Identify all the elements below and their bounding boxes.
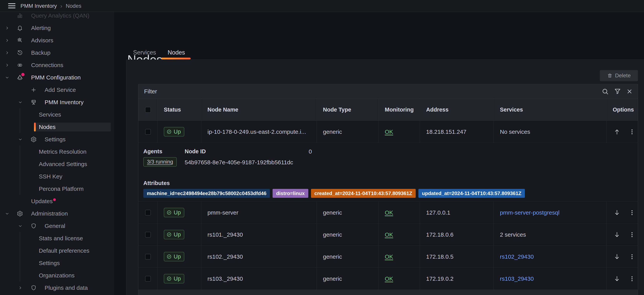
check-circle-icon	[166, 232, 172, 237]
chevron-down-icon[interactable]	[18, 137, 23, 142]
chevron-down-icon[interactable]	[18, 100, 23, 105]
kebab-menu-icon[interactable]	[628, 275, 636, 282]
attribute-badge: machine_id=ec2498494ee28b79c58002c0453df…	[143, 189, 270, 198]
services-text: No services	[500, 129, 530, 135]
chevron-right-icon[interactable]	[5, 50, 10, 55]
sidebar-item-label: Default preferences	[39, 244, 90, 257]
service-link[interactable]: pmm-server-postgresql	[500, 209, 560, 216]
tab-nodes[interactable]: Nodes	[168, 49, 185, 57]
delete-button[interactable]: Delete	[600, 70, 638, 81]
sidebar-item-label: Services	[39, 108, 61, 121]
sidebar-item-backup[interactable]: Backup	[0, 47, 114, 59]
menu-toggle-icon[interactable]	[8, 3, 16, 9]
collapse-row-icon[interactable]	[614, 128, 620, 135]
services-cell: rs103_29430	[494, 268, 606, 289]
sidebar-item-default-preferences[interactable]: Default preferences	[0, 244, 114, 257]
expand-row-icon[interactable]	[614, 231, 620, 238]
expanded-row-details: Agents 3/3 running Node ID 54b97658-8e7e…	[138, 143, 638, 201]
sidebar-item-pmm-configuration[interactable]: PMM Configuration	[0, 71, 114, 84]
address-cell: 172.18.0.6	[420, 224, 494, 245]
nodes-table: Filter StatusNode NameNode TypeMonitorin…	[138, 84, 638, 295]
sidebar-item-label: Advisors	[31, 34, 53, 47]
sidebar-item-plugins-and-data[interactable]: Plugins and data	[0, 282, 114, 294]
sidebar-item-connections[interactable]: Connections	[0, 59, 114, 71]
top-bar: PMM Inventory › Nodes	[0, 0, 644, 12]
agents-status-badge[interactable]: 3/3 running	[143, 157, 177, 167]
node-name-cell: ip-10-178-0-249.us-east-2.compute.i...	[201, 121, 317, 143]
address: 172.19.0.2	[426, 275, 454, 282]
monitoring-link[interactable]: OK	[385, 129, 393, 135]
shield-icon	[30, 285, 37, 291]
expand-row-icon[interactable]	[614, 253, 620, 260]
row-checkbox[interactable]	[145, 210, 151, 215]
sidebar-item-alerting[interactable]: Alerting	[0, 22, 114, 34]
sidebar-item-settings[interactable]: Settings	[0, 133, 114, 146]
table-header-row: StatusNode NameNode TypeMonitoringAddres…	[138, 99, 638, 121]
chevron-right-icon[interactable]	[18, 285, 23, 290]
check-circle-icon	[166, 254, 172, 259]
expand-row-icon[interactable]	[614, 209, 620, 216]
sidebar-item-advisors[interactable]: Advisors	[0, 34, 114, 47]
sidebar-item-pmm-inventory[interactable]: PMM Inventory	[0, 96, 114, 108]
chevron-right-icon[interactable]	[5, 26, 10, 31]
breadcrumb-nodes[interactable]: Nodes	[66, 3, 81, 9]
gear-icon	[17, 210, 23, 217]
select-all-checkbox[interactable]	[145, 107, 151, 113]
sidebar-item-ssh-key[interactable]: SSH Key	[0, 170, 114, 183]
address: 172.18.0.5	[426, 253, 454, 260]
sidebar-item-query-analytics-qan[interactable]: Query Analytics (QAN)	[0, 12, 114, 22]
address: 18.218.151.247	[426, 129, 466, 135]
tree-indent-guide	[20, 108, 20, 133]
close-icon[interactable]	[626, 88, 633, 95]
kebab-menu-icon[interactable]	[628, 231, 636, 238]
kebab-menu-icon[interactable]	[628, 128, 636, 135]
sidebar-item-services[interactable]: Services	[0, 108, 114, 121]
table-row: Up rs102._29430 generic OK 172.18.0.5 rs…	[138, 245, 638, 267]
status-badge: Up	[164, 274, 184, 283]
expand-row-icon[interactable]	[614, 275, 620, 282]
chevron-right-icon[interactable]	[5, 63, 10, 68]
monitoring-link[interactable]: OK	[385, 209, 393, 216]
sidebar-item-label: Nodes	[39, 121, 56, 133]
plus-icon	[30, 87, 37, 93]
sidebar-item-stats-and-license[interactable]: Stats and license	[0, 232, 114, 244]
options-cell	[606, 246, 638, 267]
sidebar-item-metrics-resolution[interactable]: Metrics Resolution	[0, 146, 114, 158]
monitoring-link[interactable]: OK	[385, 253, 393, 260]
breadcrumb-pmm-inventory[interactable]: PMM Inventory	[20, 3, 57, 9]
kebab-menu-icon[interactable]	[628, 209, 636, 216]
search-icon[interactable]	[602, 88, 609, 95]
row-checkbox[interactable]	[145, 129, 151, 135]
sidebar-item-label: PMM Inventory	[44, 96, 84, 108]
sidebar-item-label: SSH Key	[39, 170, 62, 183]
monitoring-link[interactable]: OK	[385, 275, 393, 282]
chevron-down-icon[interactable]	[5, 211, 10, 216]
node-name: ip-10-178-0-249.us-east-2.compute.i...	[208, 129, 306, 135]
node-name: rs103._29430	[208, 275, 243, 282]
row-checkbox[interactable]	[145, 276, 151, 282]
column-header-options: Options	[606, 99, 638, 121]
chevron-down-icon[interactable]	[5, 75, 10, 80]
filter-funnel-icon[interactable]	[614, 88, 621, 95]
chevron-down-icon[interactable]	[18, 223, 23, 228]
sidebar-item-settings[interactable]: Settings	[0, 257, 114, 269]
sidebar-item-organizations[interactable]: Organizations	[0, 269, 114, 282]
tab-services[interactable]: Services	[133, 49, 156, 57]
monitoring-link[interactable]: OK	[385, 231, 393, 238]
service-link[interactable]: rs102_29430	[500, 253, 534, 260]
services-cell: rs102_29430	[494, 246, 606, 267]
sidebar-item-updates[interactable]: Updates	[0, 195, 114, 207]
node-type-cell: generic	[317, 202, 378, 223]
service-link[interactable]: rs103_29430	[500, 275, 534, 282]
row-select-cell	[138, 224, 158, 245]
kebab-menu-icon[interactable]	[628, 253, 636, 260]
sidebar-item-advanced-settings[interactable]: Advanced Settings	[0, 158, 114, 170]
chevron-right-icon[interactable]	[5, 38, 10, 43]
row-checkbox[interactable]	[145, 232, 151, 238]
row-checkbox[interactable]	[145, 254, 151, 260]
sidebar-item-percona-platform[interactable]: Percona Platform	[0, 183, 114, 195]
sidebar-item-administration[interactable]: Administration	[0, 207, 114, 220]
sidebar-item-general[interactable]: General	[0, 220, 114, 232]
sidebar-item-add-service[interactable]: Add Service	[0, 84, 114, 96]
sidebar-item-nodes[interactable]: Nodes	[0, 121, 114, 133]
